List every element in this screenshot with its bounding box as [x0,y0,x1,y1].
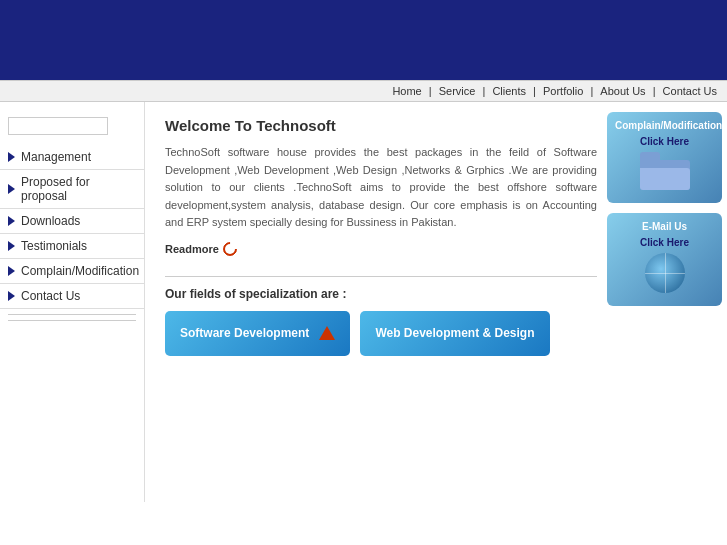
sidebar-item-proposal[interactable]: Proposed for proposal [0,170,144,209]
nav-separator-5: | [653,85,659,97]
sidebar-label-complain: Complain/Modification [21,264,139,278]
readmore-link[interactable]: Readmore [165,243,219,255]
field-label-software: Software Development [180,326,309,340]
arrow-icon [8,216,15,226]
sidebar-item-testimonials[interactable]: Testimonials [0,234,144,259]
sidebar: Management Proposed for proposal Downloa… [0,102,145,502]
sidebar-label-downloads: Downloads [21,214,80,228]
nav-home[interactable]: Home [392,85,421,97]
main-content: Welcome To Technosoft TechnoSoft softwar… [145,102,727,371]
nav-bar: Home | Service | Clients | Portfolio | A… [0,80,727,102]
arrow-icon [8,291,15,301]
nav-separator-3: | [533,85,539,97]
sidebar-divider-2 [8,320,136,321]
nav-separator-1: | [429,85,435,97]
refresh-icon [220,239,240,259]
up-arrow-icon [319,326,335,340]
sidebar-search-input[interactable] [8,117,108,135]
nav-contact[interactable]: Contact Us [663,85,717,97]
sidebar-label-contact: Contact Us [21,289,80,303]
field-card-software[interactable]: Software Development [165,311,350,356]
fields-section: Our fields of specialization are : Softw… [165,276,597,356]
arrow-icon [8,241,15,251]
welcome-text: TechnoSoft software house provides the b… [165,144,597,232]
field-card-web[interactable]: Web Development & Design [360,311,549,356]
nav-separator-4: | [590,85,596,97]
sidebar-item-downloads[interactable]: Downloads [0,209,144,234]
sidebar-item-contact[interactable]: Contact Us [0,284,144,309]
nav-separator-2: | [482,85,488,97]
sidebar-label-management: Management [21,150,91,164]
nav-service[interactable]: Service [439,85,476,97]
sidebar-item-management[interactable]: Management [0,145,144,170]
fields-title: Our fields of specialization are : [165,287,597,301]
nav-clients[interactable]: Clients [492,85,526,97]
top-banner [0,0,727,80]
readmore-section: Readmore [165,242,597,256]
fields-cards: Software Development Web Development & D… [165,311,597,356]
sidebar-label-testimonials: Testimonials [21,239,87,253]
arrow-icon [8,266,15,276]
nav-about[interactable]: About Us [600,85,645,97]
main-layout: Management Proposed for proposal Downloa… [0,102,727,502]
arrow-icon [8,152,15,162]
content-wrapper: Complain/Modification Click Here E-Mail … [145,102,727,502]
sidebar-item-complain[interactable]: Complain/Modification [0,259,144,284]
sidebar-label-proposal: Proposed for proposal [21,175,136,203]
nav-portfolio[interactable]: Portfolio [543,85,583,97]
welcome-title: Welcome To Technosoft [165,117,597,134]
arrow-icon [8,184,15,194]
sidebar-divider [8,314,136,315]
field-label-web: Web Development & Design [375,326,534,340]
